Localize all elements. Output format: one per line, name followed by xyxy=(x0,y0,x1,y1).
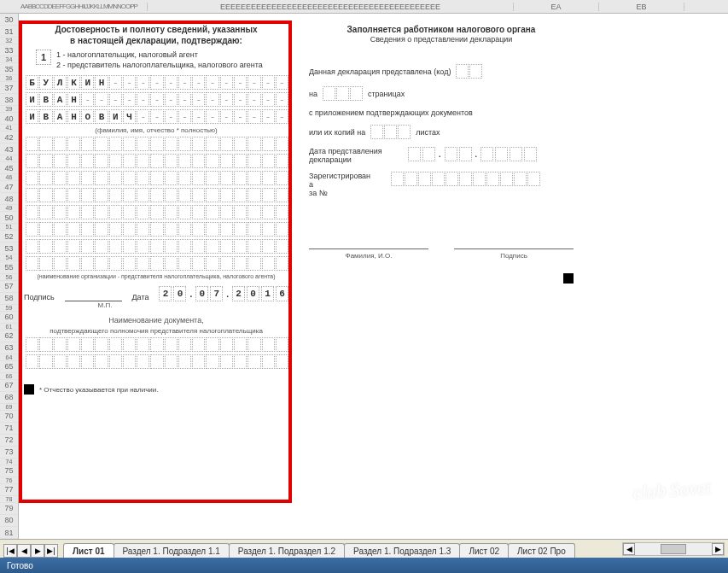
tab-nav-button[interactable]: ▶ xyxy=(31,544,44,558)
declarant-code-input[interactable]: 1 xyxy=(36,50,51,65)
char-cell[interactable]: - xyxy=(220,109,233,124)
char-cell[interactable]: Б xyxy=(26,75,38,90)
sheet-tab[interactable]: Раздел 1. Подраздел 1.2 xyxy=(229,543,345,558)
firstname-row[interactable]: ИВАН--------------- xyxy=(26,92,288,107)
char-cell[interactable]: - xyxy=(220,75,233,90)
char-cell[interactable]: - xyxy=(165,92,178,107)
char-cell[interactable]: - xyxy=(206,92,218,107)
char-cell[interactable]: - xyxy=(109,92,122,107)
officer-sign-line[interactable]: Подпись xyxy=(454,248,574,260)
char-cell[interactable]: - xyxy=(262,92,275,107)
char-cell[interactable]: - xyxy=(248,92,260,107)
char-cell[interactable]: - xyxy=(192,92,205,107)
empty-char-row[interactable] xyxy=(26,239,288,254)
horizontal-scrollbar[interactable]: ◀ ▶ xyxy=(622,542,725,556)
char-cell[interactable]: А xyxy=(54,109,67,124)
char-cell[interactable]: Н xyxy=(67,92,80,107)
present-date-cells[interactable]: . . xyxy=(408,147,537,161)
char-cell[interactable]: - xyxy=(109,75,122,90)
copies-cells[interactable] xyxy=(370,125,411,139)
empty-char-row[interactable] xyxy=(26,171,288,185)
row-header: 32 xyxy=(0,38,18,44)
char-cell[interactable]: - xyxy=(206,109,218,124)
char-cell[interactable]: К xyxy=(67,75,80,90)
sheet-tab[interactable]: Лист 02 xyxy=(459,543,509,558)
char-cell[interactable]: - xyxy=(81,92,94,107)
char-cell[interactable]: - xyxy=(206,75,218,90)
char-cell[interactable]: Н xyxy=(95,75,108,90)
char-cell[interactable]: И xyxy=(109,109,122,124)
char-cell[interactable]: - xyxy=(248,109,260,124)
char-cell[interactable]: - xyxy=(95,92,108,107)
char-cell[interactable]: - xyxy=(178,92,191,107)
char-cell[interactable]: - xyxy=(234,109,247,124)
tab-nav-button[interactable]: ▶| xyxy=(44,544,58,558)
sheet-tab[interactable]: Раздел 1. Подраздел 1.1 xyxy=(114,543,230,558)
char-cell[interactable]: - xyxy=(276,75,288,90)
tab-nav-button[interactable]: |◀ xyxy=(3,544,17,558)
sheet-tab[interactable]: Раздел 1. Подраздел 1.3 xyxy=(344,543,460,558)
char-cell[interactable]: - xyxy=(276,92,288,107)
char-cell[interactable]: - xyxy=(178,75,191,90)
empty-char-row[interactable] xyxy=(26,256,288,271)
char-cell[interactable]: Ч xyxy=(123,109,136,124)
patronymic-row[interactable]: ИВАНОВИЧ----------- xyxy=(26,109,288,124)
char-cell[interactable]: В xyxy=(39,92,52,107)
pages-cells[interactable] xyxy=(323,86,363,101)
char-cell[interactable]: - xyxy=(276,109,288,124)
signature-line[interactable] xyxy=(65,289,122,301)
char-cell[interactable]: - xyxy=(234,75,247,90)
left-title-2: в настоящей декларации, подтверждаю: xyxy=(24,35,288,46)
char-cell[interactable]: О xyxy=(81,109,94,124)
scroll-right-button[interactable]: ▶ xyxy=(712,543,724,555)
char-cell[interactable]: - xyxy=(137,92,149,107)
empty-char-row[interactable] xyxy=(26,205,288,219)
char-cell[interactable]: - xyxy=(192,75,205,90)
char-cell[interactable]: И xyxy=(26,109,38,124)
char-cell[interactable]: - xyxy=(150,92,163,107)
empty-char-row[interactable] xyxy=(26,354,288,369)
char-cell[interactable]: А xyxy=(54,92,67,107)
row-header: 75 xyxy=(0,465,18,477)
char-cell[interactable]: - xyxy=(220,92,233,107)
char-cell[interactable]: - xyxy=(137,109,149,124)
char-cell[interactable]: - xyxy=(123,92,136,107)
char-cell[interactable]: Н xyxy=(67,109,80,124)
reg-number-cells[interactable] xyxy=(391,172,540,186)
char-cell[interactable]: - xyxy=(262,109,275,124)
scroll-left-button[interactable]: ◀ xyxy=(623,543,635,555)
empty-char-row[interactable] xyxy=(26,137,288,151)
char-cell[interactable]: - xyxy=(248,75,260,90)
char-cell[interactable]: - xyxy=(165,75,178,90)
surname-row[interactable]: БУЛКИН------------- xyxy=(26,75,288,90)
char-cell[interactable]: У xyxy=(39,75,52,90)
char-cell[interactable]: - xyxy=(150,75,163,90)
sheet-tab[interactable]: Лист 01 xyxy=(63,543,114,558)
char-cell[interactable]: - xyxy=(262,75,275,90)
row-header: 48 xyxy=(0,193,18,205)
decl-code-cells[interactable] xyxy=(456,64,482,79)
empty-char-row[interactable] xyxy=(26,337,288,352)
char-cell[interactable]: В xyxy=(39,109,52,124)
date-input[interactable]: 20 . 07 . 2016 xyxy=(159,286,288,301)
officer-fio-line[interactable]: Фамилия, И.О. xyxy=(309,248,428,260)
char-cell[interactable]: - xyxy=(178,109,191,124)
row-header: 54 xyxy=(0,254,18,261)
char-cell[interactable]: И xyxy=(81,75,94,90)
char-cell[interactable]: В xyxy=(95,109,108,124)
empty-char-row[interactable] xyxy=(26,222,288,237)
hscroll-thumb[interactable] xyxy=(661,544,686,554)
row-header: 39 xyxy=(0,106,18,113)
char-cell[interactable]: И xyxy=(26,92,38,107)
char-cell[interactable]: - xyxy=(165,109,178,124)
empty-char-row[interactable] xyxy=(26,154,288,168)
char-cell[interactable]: Л xyxy=(54,75,67,90)
empty-char-row[interactable] xyxy=(26,188,288,202)
char-cell[interactable]: - xyxy=(192,109,205,124)
char-cell[interactable]: - xyxy=(123,75,136,90)
char-cell[interactable]: - xyxy=(234,92,247,107)
char-cell[interactable]: - xyxy=(137,75,149,90)
tab-nav-button[interactable]: ◀ xyxy=(17,544,31,558)
char-cell[interactable]: - xyxy=(150,109,163,124)
sheet-tab[interactable]: Лист 02 Про xyxy=(508,543,575,558)
